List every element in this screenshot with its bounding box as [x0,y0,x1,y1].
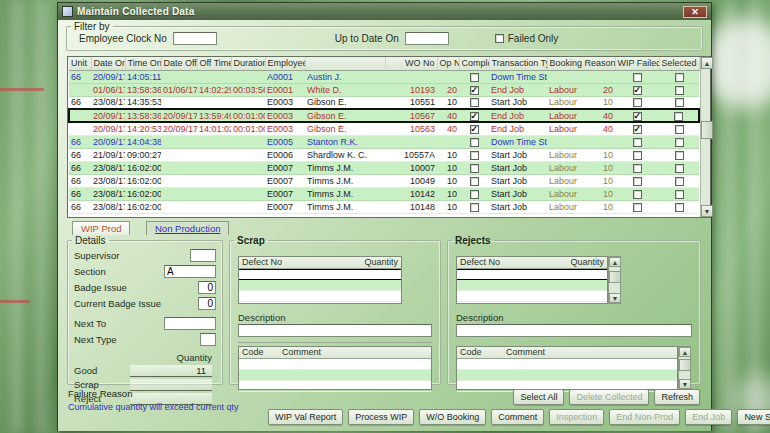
table-row[interactable]: 6623/08/1716:02:00E0007Timms J.M.1014210… [69,187,699,200]
col-time-on[interactable]: Time On [125,57,161,70]
wip-failed-checkbox[interactable] [633,190,642,199]
end-job-button[interactable]: End Job [685,409,732,425]
complete-checkbox[interactable] [470,203,479,212]
wip-failed-checkbox[interactable] [633,125,642,134]
table-row[interactable]: 6623/08/1714:35:53E0003Gibson E.1055110S… [69,96,699,109]
wo-booking-button[interactable]: W/O Booking [419,409,486,425]
delete-collected-button[interactable]: Delete Collected [569,389,649,405]
process-wip-button[interactable]: Process WIP [348,409,414,425]
complete-checkbox[interactable] [470,138,479,147]
scroll-up-icon[interactable]: ▲ [679,347,691,357]
scroll-up-icon[interactable]: ▲ [609,257,621,267]
current-badge-issue-input[interactable] [198,297,216,310]
scrap-description-input[interactable] [238,324,432,337]
col-date-on[interactable]: Date On [91,57,125,70]
col-date-off[interactable]: Date Off [161,57,197,70]
col-op-no[interactable]: Op No [437,57,459,70]
badge-issue-input[interactable] [198,281,216,294]
title-bar[interactable]: Maintain Collected Data ✕ [58,3,711,20]
scroll-up-icon[interactable]: ▲ [701,57,713,69]
wip-failed-checkbox[interactable] [633,73,642,82]
table-row[interactable]: 6621/09/1709:00:27E0006Shardlow K. C.105… [69,148,699,161]
selected-checkbox[interactable] [675,177,684,186]
close-button[interactable]: ✕ [683,6,707,18]
table-row[interactable]: 20/09/1713:58:3620/09/1713:59:4900:01:00… [69,109,699,122]
list-item[interactable] [239,269,401,280]
scrollbar-thumb[interactable] [609,271,621,283]
rejects-defect-table[interactable]: Defect No Quantity [456,256,608,304]
selected-checkbox[interactable] [675,151,684,160]
tab-wip-prod[interactable]: WIP Prod [72,221,130,235]
complete-checkbox[interactable] [470,125,479,134]
selected-checkbox[interactable] [675,164,684,173]
inspection-button[interactable]: Inspection [549,409,604,425]
table-row[interactable]: 6620/09/1714:05:11A0001Austin J.Down Tim… [69,70,699,83]
employee-clock-input[interactable] [173,32,217,45]
rejects-description-input[interactable] [456,324,692,337]
selected-checkbox[interactable] [675,125,684,134]
list-item[interactable] [239,291,401,302]
next-type-input[interactable] [200,333,216,346]
scroll-down-icon[interactable]: ▼ [609,293,621,303]
col-off-time[interactable]: Off Time [197,57,231,70]
col-employee[interactable]: Employee [265,57,305,70]
col-selected[interactable]: Selected ? [659,57,699,70]
selected-checkbox[interactable] [675,190,684,199]
list-item[interactable] [457,359,677,370]
selected-checkbox[interactable] [674,112,683,121]
comment-button[interactable]: Comment [491,409,544,425]
selected-checkbox[interactable] [675,203,684,212]
scroll-down-icon[interactable]: ▼ [701,205,713,217]
select-all-button[interactable]: Select All [513,389,564,405]
scroll-down-icon[interactable]: ▼ [679,379,691,389]
scrollbar-thumb[interactable] [701,121,713,139]
table-row[interactable]: 6620/09/1714:04:38E0005Stanton R.K.Down … [69,135,699,148]
col-wo-no[interactable]: WO No [385,57,437,70]
complete-checkbox[interactable] [470,177,479,186]
rejects-defect-scrollbar[interactable]: ▲ ▼ [608,256,621,304]
list-item[interactable] [239,280,401,291]
scrollbar-thumb[interactable] [679,359,691,371]
list-item[interactable] [239,370,431,381]
wip-val-report-button[interactable]: WIP Val Report [268,409,343,425]
up-to-date-input[interactable] [405,32,449,45]
failed-only-checkbox[interactable] [495,34,504,43]
wip-failed-checkbox[interactable] [633,112,642,121]
rejects-comment-table[interactable]: Code Comment [456,346,678,390]
col-employee-name[interactable] [305,57,385,70]
selected-checkbox[interactable] [675,86,684,95]
table-row[interactable]: 6623/08/1716:02:00E0007Timms J.M.1014810… [69,200,699,213]
list-item[interactable] [457,280,607,291]
col-booking-reason[interactable]: Booking Reason [547,57,615,70]
section-input[interactable] [164,265,216,278]
list-item[interactable] [457,291,607,302]
complete-checkbox[interactable] [470,98,479,107]
complete-checkbox[interactable] [470,112,479,121]
grid-scrollbar[interactable]: ▲ ▼ [700,57,710,217]
col-duration[interactable]: Duration [231,57,265,70]
rejects-comment-scrollbar[interactable]: ▲ ▼ [678,346,691,390]
selected-checkbox[interactable] [675,138,684,147]
good-quantity-field[interactable]: 11 [130,365,212,377]
scrap-comment-table[interactable]: Code Comment [238,346,432,390]
new-start-job-button[interactable]: New Start Job [737,409,770,425]
complete-checkbox[interactable] [470,73,479,82]
scrap-defect-table[interactable]: Defect No Quantity [238,256,402,304]
complete-checkbox[interactable] [470,164,479,173]
wip-failed-checkbox[interactable] [633,151,642,160]
wip-failed-checkbox[interactable] [633,177,642,186]
wip-failed-checkbox[interactable] [633,203,642,212]
selected-checkbox[interactable] [675,98,684,107]
wip-failed-checkbox[interactable] [633,86,642,95]
wip-failed-checkbox[interactable] [633,138,642,147]
refresh-button[interactable]: Refresh [654,389,700,405]
wip-failed-checkbox[interactable] [633,98,642,107]
wip-failed-checkbox[interactable] [633,164,642,173]
col-complete[interactable]: Complete ? [459,57,489,70]
end-non-prod-button[interactable]: End Non-Prod [609,409,680,425]
supervisor-input[interactable] [190,249,216,262]
table-row[interactable]: 20/09/1714:20:5320/09/1714:01:0200:01:00… [69,122,699,135]
table-row[interactable]: 01/06/1713:58:3601/06/1714:02:2900:03:56… [69,83,699,96]
grid-header-row[interactable]: Unit Date On Time On Date Off Off Time D… [69,57,699,70]
col-wip-failed[interactable]: WIP Failed [615,57,659,70]
